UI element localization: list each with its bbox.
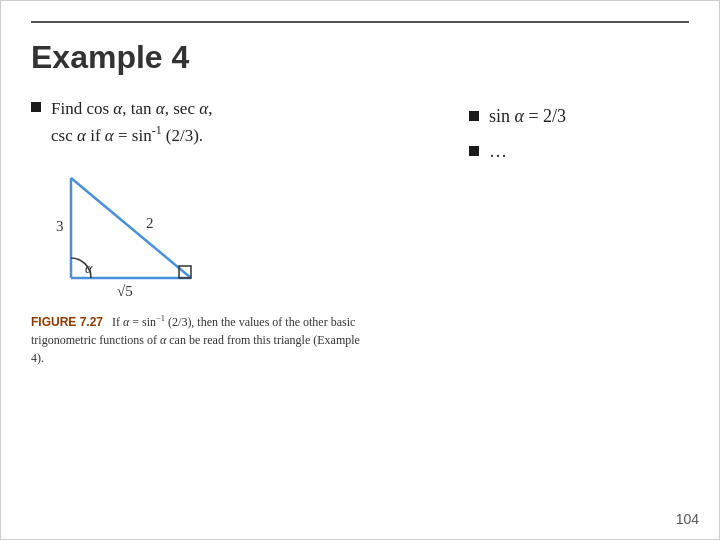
right-bullet-icon-1 [469,111,479,121]
page-title: Example 4 [31,39,689,76]
side-label-sqrt5: √5 [117,283,133,299]
main-bullet: Find cos α, tan α, sec α, csc α if α = s… [31,96,449,148]
right-bullet-1: sin α = 2/3 [469,106,689,127]
problem-statement: Find cos α, tan α, sec α, csc α if α = s… [51,96,212,148]
figure-caption: FIGURE 7.27 If α = sin−1 (2/3), then the… [31,313,371,367]
page-number: 104 [676,511,699,527]
triangle-diagram: 3 2 √5 α [51,163,231,303]
right-text-2: … [489,141,507,162]
right-column: sin α = 2/3 … [469,96,689,367]
top-divider [31,21,689,23]
angle-label-alpha: α [85,261,93,276]
right-bullet-2: … [469,141,689,162]
left-column: Find cos α, tan α, sec α, csc α if α = s… [31,96,449,367]
content-area: Find cos α, tan α, sec α, csc α if α = s… [31,96,689,367]
side-label-2: 2 [146,215,154,231]
right-bullet-icon-2 [469,146,479,156]
side-label-3: 3 [56,218,64,234]
page-container: Example 4 Find cos α, tan α, sec α, csc … [0,0,720,540]
triangle-svg: 3 2 √5 α [51,163,231,303]
bullet-icon [31,102,41,112]
right-text-1: sin α = 2/3 [489,106,566,127]
figure-label: FIGURE 7.27 [31,315,103,329]
